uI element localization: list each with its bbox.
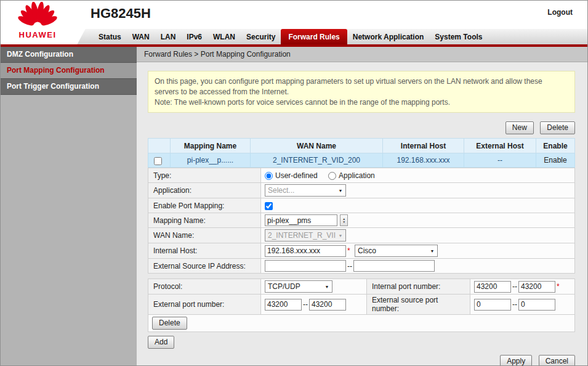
- required-marker: *: [557, 282, 560, 291]
- range-separator: --: [303, 300, 308, 309]
- mapping-name-input[interactable]: [265, 214, 337, 226]
- port-row-2: External port number: -- External source…: [148, 295, 575, 315]
- external-port-label: External port number:: [148, 295, 261, 315]
- external-source-ip-label: External Source IP Address:: [148, 259, 261, 274]
- external-port-to-input[interactable]: [309, 299, 346, 311]
- external-source-port-from-input[interactable]: [474, 299, 511, 311]
- mapping-form: Type: User-defined Application Applicati…: [148, 168, 575, 274]
- port-settings-table: Protocol: TCP/UDP ▼ Internal port number…: [148, 279, 575, 332]
- tab-system-tools[interactable]: System Tools: [429, 29, 488, 44]
- type-application-option[interactable]: Application: [328, 171, 375, 180]
- delete-button[interactable]: Delete: [540, 121, 575, 134]
- tab-wlan[interactable]: WLAN: [207, 29, 241, 44]
- protocol-select[interactable]: TCP/UDP ▼: [265, 280, 332, 293]
- row-enable-status: Enable: [536, 153, 575, 168]
- col-wan-name: WAN Name: [251, 139, 383, 153]
- form-row-wan-name: WAN Name: 2_INTERNET_R_VII ▼: [148, 228, 575, 243]
- port-row-1: Protocol: TCP/UDP ▼ Internal port number…: [148, 279, 575, 295]
- protocol-select-value: TCP/UDP: [265, 282, 322, 291]
- chevron-down-icon: ▼: [336, 185, 345, 196]
- mapping-name-label: Mapping Name:: [148, 213, 261, 228]
- device-model-title: HG8245H: [91, 6, 151, 22]
- internal-port-label: Internal port number:: [367, 279, 470, 295]
- external-source-ip-to-input[interactable]: [353, 260, 435, 272]
- nav-bar: Status WAN LAN IPv6 WLAN Security Forwar…: [87, 29, 587, 44]
- enable-port-mapping-label: Enable Port Mapping:: [148, 198, 261, 213]
- application-select[interactable]: Select... ▼: [265, 184, 346, 197]
- form-row-internal-host: Internal Host: * Cisco ▼: [148, 243, 575, 259]
- apply-row: Apply Cancel: [148, 355, 575, 366]
- main-panel: Forward Rules > Port Mapping Configurati…: [137, 47, 587, 365]
- col-external-host: External Host: [464, 139, 536, 153]
- internal-host-device-select[interactable]: Cisco ▼: [355, 245, 438, 257]
- type-application-radio[interactable]: [328, 172, 336, 180]
- enable-port-mapping-checkbox[interactable]: [265, 202, 273, 210]
- row-wan-name: 2_INTERNET_R_VID_200: [251, 153, 383, 168]
- sidebar-item-dmz-configuration[interactable]: DMZ Configuration: [1, 47, 137, 63]
- row-external-host: --: [464, 153, 536, 168]
- huawei-flower-icon: [15, 2, 60, 28]
- chevron-down-icon: ▼: [336, 230, 345, 241]
- tab-status[interactable]: Status: [93, 29, 127, 44]
- form-row-external-source-ip: External Source IP Address: --: [148, 259, 575, 274]
- router-admin-page: HUAWEI HG8245H Logout Status WAN LAN IPv…: [0, 0, 588, 366]
- external-source-port-to-input[interactable]: [518, 299, 555, 311]
- row-mapping-name: pi-plex__p......: [171, 153, 251, 168]
- table-row[interactable]: pi-plex__p...... 2_INTERNET_R_VID_200 19…: [148, 153, 575, 168]
- info-line-2: Note: The well-known ports for voice ser…: [155, 97, 568, 108]
- huawei-logo: HUAWEI: [9, 2, 66, 39]
- form-row-type: Type: User-defined Application: [148, 168, 575, 183]
- apply-button[interactable]: Apply: [500, 355, 532, 366]
- input-spinner-icon[interactable]: ▲▼: [340, 214, 348, 226]
- external-port-from-input[interactable]: [265, 299, 302, 311]
- delete-port-rule-button[interactable]: Delete: [152, 317, 187, 330]
- form-row-enable: Enable Port Mapping:: [148, 198, 575, 213]
- internal-port-from-input[interactable]: [474, 281, 511, 293]
- chevron-down-icon: ▼: [427, 245, 437, 256]
- internal-port-to-input[interactable]: [518, 281, 555, 293]
- range-separator: --: [512, 300, 517, 309]
- sidebar: DMZ Configuration Port Mapping Configura…: [1, 47, 137, 365]
- type-user-defined-radio[interactable]: [265, 172, 273, 180]
- tab-security[interactable]: Security: [241, 29, 281, 44]
- info-box: On this page, you can configure port map…: [148, 71, 575, 113]
- tab-lan[interactable]: LAN: [155, 29, 182, 44]
- tab-forward-rules[interactable]: Forward Rules: [281, 29, 347, 44]
- form-row-mapping-name: Mapping Name: ▲▼: [148, 213, 575, 228]
- wan-name-select[interactable]: 2_INTERNET_R_VII ▼: [265, 229, 346, 242]
- logout-link[interactable]: Logout: [547, 8, 573, 17]
- sidebar-item-port-trigger-configuration[interactable]: Port Trigger Configuration: [1, 79, 137, 95]
- range-separator: --: [347, 262, 352, 270]
- brand-text: HUAWEI: [9, 30, 66, 39]
- sidebar-item-port-mapping-configuration[interactable]: Port Mapping Configuration: [1, 63, 137, 79]
- breadcrumb: Forward Rules > Port Mapping Configurati…: [137, 47, 587, 62]
- port-row-delete: Delete: [148, 315, 575, 332]
- new-button[interactable]: New: [505, 121, 534, 134]
- application-label: Application:: [148, 183, 261, 198]
- select-column-header: [148, 139, 171, 153]
- content-area: On this page, you can configure port map…: [137, 62, 587, 366]
- col-mapping-name: Mapping Name: [171, 139, 251, 153]
- row-select-checkbox[interactable]: [154, 157, 162, 165]
- form-row-application: Application: Select... ▼: [148, 183, 575, 198]
- type-user-defined-label: User-defined: [275, 171, 318, 180]
- table-header-row: Mapping Name WAN Name Internal Host Exte…: [148, 139, 575, 153]
- header: HUAWEI HG8245H Logout Status WAN LAN IPv…: [1, 1, 587, 44]
- internal-host-input[interactable]: [265, 245, 346, 257]
- add-button[interactable]: Add: [148, 336, 174, 349]
- wan-name-select-value: 2_INTERNET_R_VII: [265, 231, 336, 240]
- col-enable: Enable: [536, 139, 575, 153]
- col-internal-host: Internal Host: [383, 139, 464, 153]
- info-line-1: On this page, you can configure port map…: [155, 76, 568, 97]
- internal-host-device-value: Cisco: [355, 246, 427, 255]
- cancel-button[interactable]: Cancel: [539, 355, 575, 366]
- range-separator: --: [512, 282, 517, 291]
- tab-ipv6[interactable]: IPv6: [181, 29, 207, 44]
- port-mapping-table: Mapping Name WAN Name Internal Host Exte…: [148, 138, 575, 168]
- external-source-ip-from-input[interactable]: [265, 260, 346, 272]
- add-row: Add: [148, 336, 575, 349]
- tab-network-application[interactable]: Network Application: [347, 29, 430, 44]
- internal-host-label: Internal Host:: [148, 243, 261, 259]
- type-user-defined-option[interactable]: User-defined: [265, 171, 320, 180]
- tab-wan[interactable]: WAN: [127, 29, 155, 44]
